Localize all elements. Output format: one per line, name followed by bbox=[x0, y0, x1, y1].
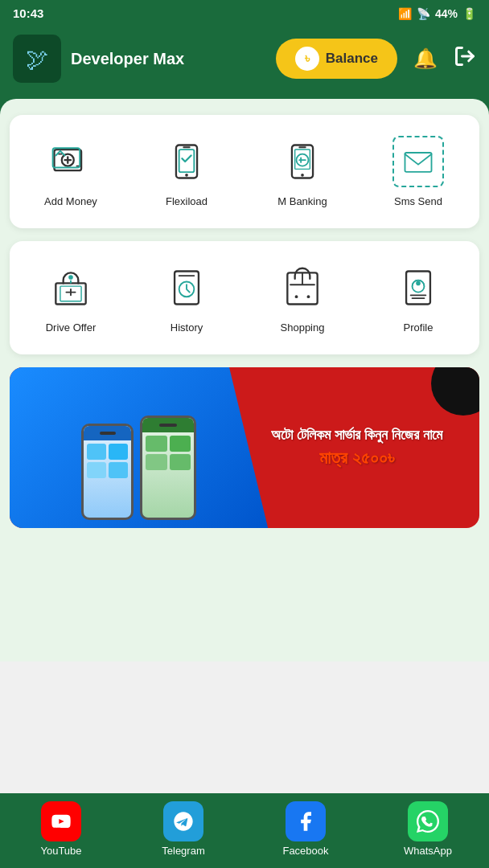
history-label: History bbox=[171, 321, 203, 334]
drive-offer-icon bbox=[45, 262, 97, 313]
header-title: Developer Max bbox=[71, 50, 184, 68]
svg-point-14 bbox=[68, 275, 73, 280]
m-banking-icon bbox=[277, 136, 328, 187]
telegram-icon bbox=[163, 801, 203, 841]
profile-icon bbox=[392, 262, 444, 313]
status-icons: 📶 📡 44% 🔋 bbox=[398, 7, 476, 20]
signal-icon: 📡 bbox=[417, 7, 430, 20]
profile-label: Profile bbox=[404, 321, 434, 334]
grid-row-1: Add Money Flexiload bbox=[16, 129, 473, 214]
profile-item[interactable]: Profile bbox=[364, 256, 473, 340]
sms-send-label: Sms Send bbox=[394, 195, 442, 207]
service-grid-1: Add Money Flexiload bbox=[10, 115, 479, 228]
m-banking-label: M Banking bbox=[277, 195, 327, 207]
whatsapp-label: WhatsApp bbox=[404, 845, 452, 857]
balance-button[interactable]: ৳ Balance bbox=[276, 39, 397, 79]
add-money-icon bbox=[45, 136, 97, 187]
whatsapp-icon bbox=[408, 801, 448, 841]
logout-icon[interactable] bbox=[454, 45, 476, 72]
notification-icon[interactable]: 🔔 bbox=[413, 47, 438, 70]
header-user-info: Developer Max bbox=[71, 50, 184, 68]
telegram-label: Telegram bbox=[162, 845, 204, 857]
logo-icon: 🕊 bbox=[26, 46, 48, 72]
svg-rect-24 bbox=[406, 271, 430, 304]
promo-banner[interactable]: অটো টেলিকম সার্ভার কিনুন নিজের নামে মাত্… bbox=[10, 367, 479, 528]
facebook-icon bbox=[286, 801, 326, 841]
youtube-icon bbox=[41, 801, 81, 841]
bottom-nav: YouTube Telegram Facebook WhatsApp bbox=[0, 793, 489, 868]
banner-text-area: অটো টেলিকম সার্ভার কিনুন নিজের নামে মাত্… bbox=[244, 426, 470, 469]
svg-point-10 bbox=[301, 174, 304, 177]
svg-rect-12 bbox=[405, 153, 432, 172]
flexiload-label: Flexiload bbox=[166, 195, 208, 207]
facebook-label: Facebook bbox=[282, 845, 328, 857]
banner-line1: অটো টেলিকম সার্ভার কিনুন নিজের নামে bbox=[244, 426, 470, 444]
nav-facebook[interactable]: Facebook bbox=[244, 801, 367, 857]
shopping-icon bbox=[277, 262, 328, 313]
balance-label: Balance bbox=[326, 51, 378, 67]
status-bar: 10:43 📶 📡 44% 🔋 bbox=[0, 0, 489, 27]
flexiload-item[interactable]: Flexiload bbox=[132, 129, 241, 214]
grid-row-2: Drive Offer History bbox=[16, 256, 473, 340]
sms-send-icon bbox=[392, 136, 444, 187]
time: 10:43 bbox=[13, 6, 43, 20]
taka-icon: ৳ bbox=[295, 47, 319, 71]
battery-icon: 🔋 bbox=[462, 7, 476, 20]
add-money-label: Add Money bbox=[44, 195, 97, 207]
sms-send-item[interactable]: Sms Send bbox=[364, 129, 473, 214]
history-item[interactable]: History bbox=[132, 256, 241, 340]
battery: 44% bbox=[435, 7, 458, 20]
history-icon bbox=[161, 262, 212, 313]
wifi-icon: 📶 bbox=[398, 7, 412, 20]
svg-rect-3 bbox=[53, 148, 80, 167]
flexiload-icon bbox=[161, 136, 212, 187]
drive-offer-item[interactable]: Drive Offer bbox=[16, 256, 125, 340]
main-content: Add Money Flexiload bbox=[0, 99, 489, 661]
m-banking-item[interactable]: M Banking bbox=[248, 129, 357, 214]
logo-box: 🕊 bbox=[13, 35, 61, 83]
header-left: 🕊 Developer Max bbox=[13, 35, 184, 83]
add-money-item[interactable]: Add Money bbox=[16, 129, 125, 214]
banner-phones-area bbox=[10, 367, 268, 528]
svg-point-21 bbox=[307, 295, 310, 298]
svg-point-26 bbox=[416, 281, 421, 286]
youtube-label: YouTube bbox=[40, 845, 81, 857]
shopping-label: Shopping bbox=[281, 321, 325, 334]
svg-point-20 bbox=[295, 295, 298, 298]
service-grid-2: Drive Offer History bbox=[10, 241, 479, 354]
nav-youtube[interactable]: YouTube bbox=[0, 801, 122, 857]
nav-telegram[interactable]: Telegram bbox=[122, 801, 244, 857]
drive-offer-label: Drive Offer bbox=[46, 321, 97, 334]
svg-point-6 bbox=[185, 174, 188, 177]
nav-whatsapp[interactable]: WhatsApp bbox=[367, 801, 489, 857]
shopping-item[interactable]: Shopping bbox=[248, 256, 357, 340]
banner-decoration bbox=[431, 367, 479, 416]
banner-line2: মাত্র ২৫০০৳ bbox=[244, 448, 470, 469]
